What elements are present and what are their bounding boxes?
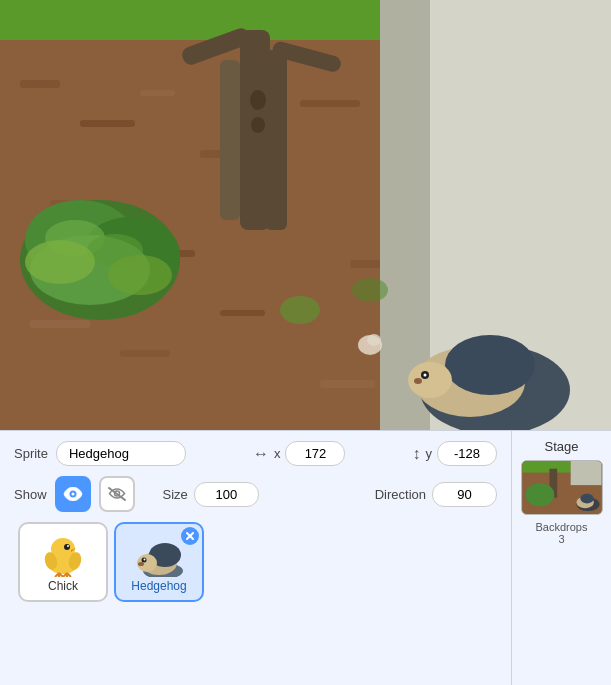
show-button[interactable] bbox=[55, 476, 91, 512]
chick-svg bbox=[39, 533, 87, 577]
y-coord-group: ↕ y bbox=[413, 441, 498, 466]
chick-image bbox=[37, 531, 89, 579]
backdrops-label: Backdrops bbox=[536, 521, 588, 533]
svg-rect-18 bbox=[220, 310, 265, 316]
svg-rect-16 bbox=[30, 320, 90, 328]
sprite-name-input[interactable] bbox=[56, 441, 186, 466]
svg-point-29 bbox=[251, 117, 265, 133]
direction-label: Direction bbox=[375, 487, 426, 502]
direction-group: Direction bbox=[375, 482, 497, 507]
svg-point-43 bbox=[367, 334, 381, 346]
svg-point-75 bbox=[138, 562, 144, 566]
svg-rect-21 bbox=[0, 0, 380, 40]
svg-point-56 bbox=[64, 544, 70, 550]
svg-point-52 bbox=[71, 493, 74, 496]
size-input[interactable] bbox=[194, 482, 259, 507]
sprite-thumb-hedgehog[interactable]: Hedgehog bbox=[114, 522, 204, 602]
svg-rect-17 bbox=[120, 350, 170, 357]
size-group: Size bbox=[163, 482, 259, 507]
svg-rect-9 bbox=[300, 100, 360, 107]
svg-rect-26 bbox=[220, 60, 240, 220]
show-label: Show bbox=[14, 487, 47, 502]
delete-hedgehog-button[interactable] bbox=[181, 527, 199, 545]
horizontal-arrows-icon: ↔ bbox=[253, 445, 269, 463]
y-label: y bbox=[426, 446, 433, 461]
svg-rect-78 bbox=[570, 461, 601, 485]
stage-thumbnail[interactable] bbox=[521, 460, 603, 515]
right-panel: Stage Backdrops 3 bbox=[511, 431, 611, 685]
svg-point-28 bbox=[250, 90, 266, 110]
visibility-row: Show Size bbox=[14, 476, 497, 512]
eye-slash-icon bbox=[107, 486, 127, 502]
svg-point-83 bbox=[580, 494, 593, 504]
sprite-controls: Sprite ↔ x ↕ y Show bbox=[0, 431, 511, 685]
svg-rect-19 bbox=[320, 380, 375, 388]
y-input[interactable] bbox=[437, 441, 497, 466]
hedgehog-label: Hedgehog bbox=[131, 579, 186, 593]
x-coord-group: ↔ x bbox=[253, 441, 346, 466]
close-icon bbox=[185, 531, 195, 541]
svg-point-46 bbox=[445, 335, 535, 395]
svg-point-50 bbox=[414, 378, 422, 384]
svg-point-49 bbox=[424, 374, 427, 377]
hedgehog-svg bbox=[133, 533, 185, 577]
svg-rect-77 bbox=[522, 461, 570, 473]
chick-label: Chick bbox=[48, 579, 78, 593]
hedgehog-image bbox=[133, 531, 185, 579]
stage-background-svg bbox=[0, 0, 611, 430]
stage-panel-label: Stage bbox=[545, 439, 579, 454]
svg-rect-7 bbox=[140, 90, 175, 96]
svg-point-57 bbox=[67, 545, 69, 547]
svg-rect-5 bbox=[20, 80, 60, 88]
svg-point-74 bbox=[144, 559, 146, 561]
svg-point-38 bbox=[25, 240, 95, 284]
svg-rect-6 bbox=[80, 120, 135, 127]
svg-point-80 bbox=[525, 483, 554, 506]
size-label: Size bbox=[163, 487, 188, 502]
svg-point-40 bbox=[280, 296, 320, 324]
bottom-panel: Sprite ↔ x ↕ y Show bbox=[0, 430, 611, 685]
sprite-thumb-chick[interactable]: Chick bbox=[18, 522, 108, 602]
x-label: x bbox=[274, 446, 281, 461]
stage-canvas bbox=[0, 0, 611, 430]
svg-point-41 bbox=[352, 278, 388, 302]
sprite-list: Chick bbox=[14, 522, 497, 602]
eye-icon bbox=[63, 487, 83, 501]
sprite-label: Sprite bbox=[14, 446, 48, 461]
svg-rect-27 bbox=[265, 50, 287, 230]
sprite-name-row: Sprite ↔ x ↕ y bbox=[14, 441, 497, 466]
vertical-arrows-icon: ↕ bbox=[413, 445, 421, 463]
svg-point-39 bbox=[108, 255, 172, 295]
hide-button[interactable] bbox=[99, 476, 135, 512]
backdrops-count: 3 bbox=[558, 533, 564, 545]
x-input[interactable] bbox=[285, 441, 345, 466]
direction-input[interactable] bbox=[432, 482, 497, 507]
stage-thumb-svg bbox=[522, 461, 602, 514]
